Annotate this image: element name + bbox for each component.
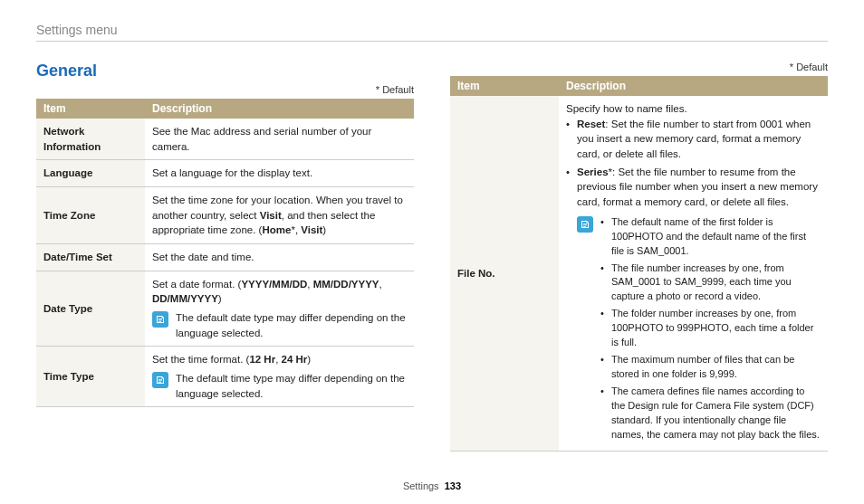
divider — [36, 41, 828, 42]
breadcrumb: Settings menu — [36, 23, 828, 37]
list-item: The file number increases by one, from S… — [600, 262, 821, 305]
default-note-left: * Default — [36, 84, 414, 95]
note-bullet-list: The default name of the first folder is … — [600, 215, 821, 445]
footer-section: Settings — [403, 480, 439, 491]
list-item: Reset: Set the file number to start from… — [566, 117, 821, 162]
left-column: General * Default Item Description Netwo… — [36, 62, 414, 452]
item-cell: File No. — [450, 96, 559, 451]
page-footer: Settings 133 — [0, 480, 864, 491]
table-row: Time ZoneSet the time zone for your loca… — [36, 187, 414, 244]
content-columns: General * Default Item Description Netwo… — [36, 62, 828, 452]
col-header-item: Item — [36, 99, 145, 119]
bullet-list: Reset: Set the file number to start from… — [566, 117, 821, 210]
table-row: Time TypeSet the time format. (12 Hr, 24… — [36, 347, 414, 407]
intro-text: Specify how to name files. — [566, 101, 821, 117]
table-row: Date TypeSet a date format. (YYYY/MM/DD,… — [36, 271, 414, 347]
note-row: The default time type may differ dependi… — [152, 371, 407, 401]
col-header-desc: Description — [145, 99, 414, 119]
footer-page: 133 — [445, 480, 461, 491]
note-block: The default name of the first folder is … — [577, 215, 821, 445]
list-item: The camera defines file names according … — [600, 385, 821, 442]
col-header-desc: Description — [559, 76, 828, 96]
note-icon — [577, 216, 593, 233]
desc-cell: See the Mac address and serial number of… — [145, 119, 414, 160]
note-text: The default time type may differ dependi… — [176, 371, 407, 401]
desc-cell: Set the time zone for your location. Whe… — [145, 187, 414, 244]
item-cell: Language — [36, 160, 145, 187]
col-header-item: Item — [450, 76, 559, 96]
list-item: The maximum number of files that can be … — [600, 353, 821, 382]
table-row: File No. Specify how to name files. Rese… — [450, 96, 828, 451]
list-item: The default name of the first folder is … — [600, 215, 821, 259]
desc-cell: Set the date and time. — [145, 244, 414, 271]
note-row: The default date type may differ dependi… — [152, 310, 407, 340]
note-text: The default date type may differ dependi… — [176, 310, 407, 340]
table-row: Date/Time SetSet the date and time. — [36, 244, 414, 271]
list-item: The folder number increases by one, from… — [600, 307, 821, 350]
settings-table-right: Item Description File No. Specify how to… — [450, 76, 828, 452]
item-cell: Network Information — [36, 119, 145, 160]
item-cell: Time Zone — [36, 187, 145, 244]
desc-cell: Set the time format. (12 Hr, 24 Hr)The d… — [145, 347, 414, 407]
default-note-right: * Default — [450, 62, 828, 72]
desc-cell: Specify how to name files. Reset: Set th… — [559, 96, 828, 451]
list-item: Series*: Set the file number to resume f… — [566, 165, 821, 210]
table-row: LanguageSet a language for the display t… — [36, 160, 414, 187]
item-cell: Date/Time Set — [36, 244, 145, 271]
right-column: * Default Item Description File No. Spec… — [450, 62, 828, 452]
note-icon — [152, 372, 168, 388]
table-row: Network InformationSee the Mac address a… — [36, 119, 414, 160]
note-icon — [152, 311, 168, 328]
section-title: General — [36, 62, 414, 81]
settings-table-left: Item Description Network InformationSee … — [36, 99, 414, 407]
desc-cell: Set a date format. (YYYY/MM/DD, MM/DD/YY… — [145, 271, 414, 347]
desc-cell: Set a language for the display text. — [145, 160, 414, 187]
item-cell: Date Type — [36, 271, 145, 347]
item-cell: Time Type — [36, 347, 145, 407]
